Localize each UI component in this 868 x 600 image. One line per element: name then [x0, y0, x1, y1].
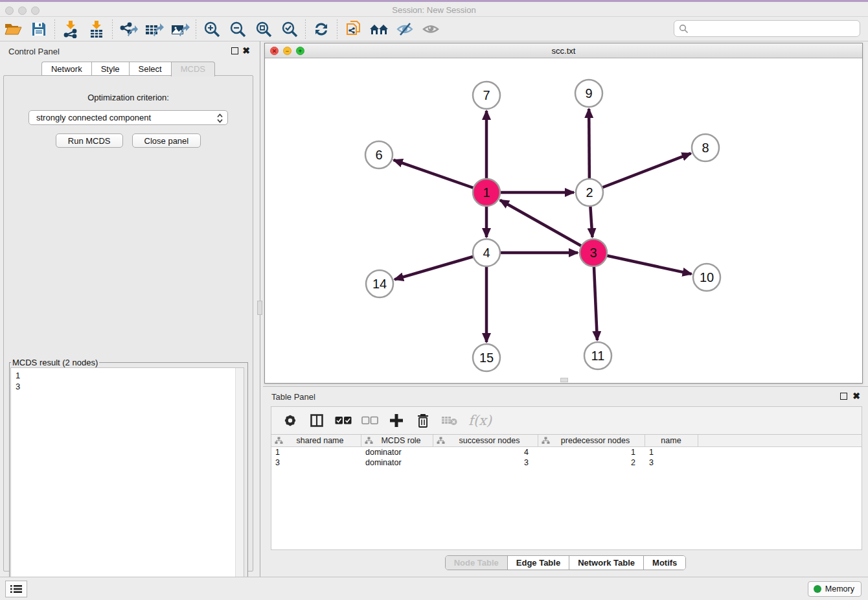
refresh-icon	[313, 21, 330, 38]
mcds-result-fieldset: MCDS result (2 nodes) 1 3	[9, 358, 248, 600]
delete-table-icon	[441, 415, 458, 426]
tab-motifs[interactable]: Motifs	[644, 556, 685, 570]
save-floppy-icon	[31, 21, 47, 37]
refresh-network-button[interactable]	[308, 18, 334, 40]
column-header-successor-nodes[interactable]: successor nodes	[433, 435, 538, 446]
memory-button[interactable]: Memory	[808, 581, 862, 597]
splitter-grip[interactable]	[257, 301, 262, 315]
table-row[interactable]: 1 dominator 4 1 1	[271, 447, 862, 457]
eye-icon	[422, 21, 440, 37]
panel-splitter[interactable]	[257, 41, 263, 577]
table-panel: Table Panel ✖	[263, 386, 868, 577]
export-image-button[interactable]	[167, 18, 193, 40]
toolbar-separator	[196, 19, 196, 39]
tab-mcds[interactable]: MCDS	[171, 62, 215, 76]
zoom-in-button[interactable]	[199, 18, 225, 40]
control-panel-tabs: Network Style Select MCDS	[0, 62, 257, 76]
tab-select[interactable]: Select	[129, 62, 171, 76]
first-neighbors-button[interactable]	[366, 18, 392, 40]
hide-selected-button[interactable]	[392, 18, 418, 40]
zoom-out-button[interactable]	[225, 18, 251, 40]
optimization-criterion-select[interactable]: strongly connected component	[29, 110, 228, 125]
optimization-criterion-label: Optimization criterion:	[4, 93, 253, 102]
control-panel-title: Control Panel	[8, 47, 60, 56]
column-header-mcds-role[interactable]: MCDS role	[361, 435, 433, 446]
graph-node-11[interactable]: 11	[584, 342, 611, 369]
checked-boxes-icon	[335, 416, 352, 425]
graph-edge-2-8[interactable]	[589, 154, 691, 192]
table-toolbar: f(x)	[271, 406, 862, 435]
select-all-button[interactable]	[331, 409, 355, 432]
tab-network[interactable]: Network	[41, 62, 91, 76]
graph-node-15[interactable]: 15	[473, 344, 500, 371]
show-all-button[interactable]	[418, 18, 444, 40]
open-session-button[interactable]	[0, 18, 26, 40]
result-scrollbar[interactable]	[235, 368, 244, 600]
import-table-button[interactable]	[84, 18, 109, 40]
split-table-button[interactable]	[304, 409, 328, 432]
split-view-icon	[310, 413, 324, 428]
column-header-name[interactable]: name	[645, 435, 698, 446]
toolbar-separator	[305, 19, 306, 39]
save-session-button[interactable]	[26, 18, 52, 40]
float-table-panel-icon[interactable]	[840, 393, 847, 400]
zoom-selected-button[interactable]	[277, 18, 303, 40]
graph-node-3[interactable]: 3	[580, 239, 607, 266]
show-task-history-button[interactable]	[5, 581, 27, 597]
toolbar-separator	[54, 19, 55, 39]
graph-node-9[interactable]: 9	[575, 80, 602, 107]
export-network-button[interactable]	[115, 18, 141, 40]
delete-table-button[interactable]	[437, 409, 461, 432]
copy-network-button[interactable]	[340, 18, 366, 40]
column-header-predecessor-nodes[interactable]: predecessor nodes	[538, 435, 645, 446]
graph-edge-3-1[interactable]	[500, 200, 593, 253]
network-resize-grip[interactable]	[560, 378, 568, 382]
result-line: 3	[16, 381, 244, 392]
search-field[interactable]	[674, 20, 860, 37]
graph-node-14[interactable]: 14	[366, 270, 393, 297]
import-table-icon	[88, 20, 105, 38]
graph-edge-3-10[interactable]	[593, 253, 692, 274]
mcds-result-text[interactable]: 1 3	[10, 367, 244, 600]
apply-function-button[interactable]: f(x)	[464, 409, 496, 432]
float-panel-icon[interactable]	[231, 47, 238, 54]
run-mcds-button[interactable]: Run MCDS	[56, 133, 123, 148]
zoom-fit-icon	[255, 21, 272, 38]
tab-style[interactable]: Style	[91, 62, 129, 76]
import-network-button[interactable]	[58, 18, 84, 40]
graph-node-6[interactable]: 6	[365, 141, 393, 168]
cell-successor-nodes: 3	[433, 457, 538, 468]
zoom-fit-button[interactable]	[251, 18, 277, 40]
svg-text:3: 3	[589, 246, 597, 260]
add-column-button[interactable]	[384, 409, 408, 432]
tab-node-table[interactable]: Node Table	[446, 556, 508, 570]
column-header-shared-name[interactable]: shared name	[271, 435, 361, 446]
graph-node-7[interactable]: 7	[473, 82, 500, 109]
table-settings-button[interactable]	[278, 409, 302, 432]
svg-text:2: 2	[586, 185, 593, 200]
graph-edge-1-6[interactable]	[394, 160, 486, 192]
close-table-panel-icon[interactable]: ✖	[852, 391, 860, 401]
gear-icon	[283, 413, 297, 428]
graph-node-1[interactable]: 1	[473, 179, 500, 206]
delete-column-button[interactable]	[411, 409, 435, 432]
deselect-all-button[interactable]	[358, 409, 382, 432]
graph-node-10[interactable]: 10	[693, 264, 720, 291]
graph-node-8[interactable]: 8	[692, 134, 719, 161]
svg-text:4: 4	[483, 246, 490, 260]
network-canvas[interactable]: 1234678910111415	[265, 58, 862, 383]
table-row[interactable]: 3 dominator 3 2 3	[271, 457, 862, 468]
table-tabs: Node Table Edge Table Network Table Moti…	[445, 555, 687, 570]
close-panel-button[interactable]: Close panel	[132, 133, 201, 148]
graph-node-4[interactable]: 4	[473, 239, 500, 266]
memory-status-icon	[814, 585, 821, 593]
tab-network-table[interactable]: Network Table	[569, 556, 644, 570]
close-panel-icon[interactable]: ✖	[242, 45, 250, 56]
cell-mcds-role: dominator	[361, 457, 433, 468]
graph-node-2[interactable]: 2	[576, 179, 603, 206]
tab-edge-table[interactable]: Edge Table	[508, 556, 569, 570]
svg-text:15: 15	[479, 351, 494, 365]
search-input[interactable]	[689, 22, 860, 35]
network-window-titlebar[interactable]: ✕ − + scc.txt	[265, 43, 862, 58]
export-table-button[interactable]	[141, 18, 167, 40]
